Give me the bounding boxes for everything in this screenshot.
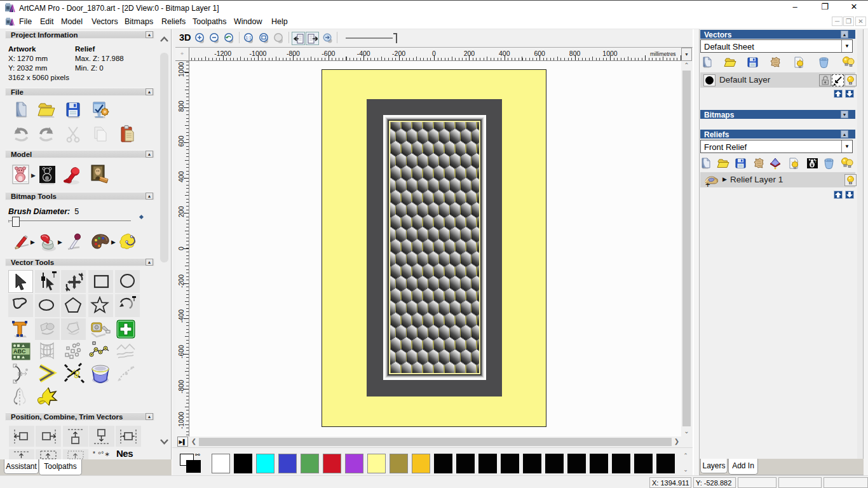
svg-text:ABC: ABC xyxy=(13,348,26,355)
svg-text:1:1: 1:1 xyxy=(246,36,252,40)
